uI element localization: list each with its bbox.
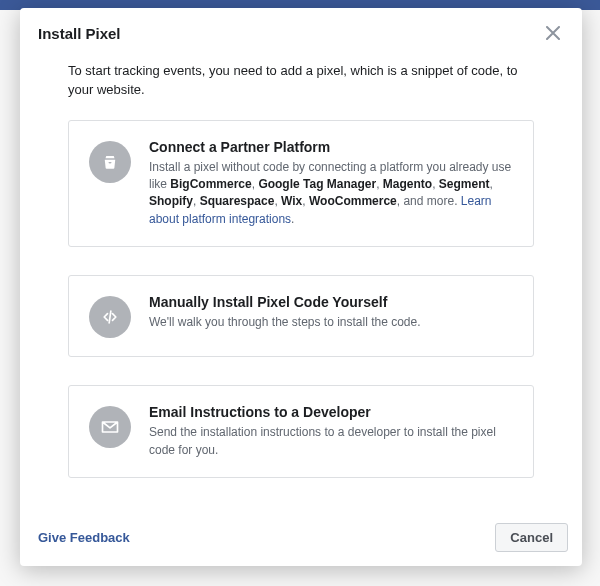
- cancel-button[interactable]: Cancel: [495, 523, 568, 552]
- option-desc: We'll walk you through the steps to inst…: [149, 314, 513, 331]
- option-title: Connect a Partner Platform: [149, 139, 513, 155]
- option-desc: Send the installation instructions to a …: [149, 424, 513, 459]
- intro-text: To start tracking events, you need to ad…: [68, 62, 534, 100]
- option-email-developer[interactable]: Email Instructions to a Developer Send t…: [68, 385, 534, 478]
- modal-body: To start tracking events, you need to ad…: [20, 52, 582, 511]
- option-text: Email Instructions to a Developer Send t…: [149, 404, 513, 459]
- envelope-icon: [89, 406, 131, 448]
- option-text: Connect a Partner Platform Install a pix…: [149, 139, 513, 229]
- close-button[interactable]: [542, 22, 564, 44]
- option-title: Email Instructions to a Developer: [149, 404, 513, 420]
- option-text: Manually Install Pixel Code Yourself We'…: [149, 294, 513, 338]
- code-icon: [89, 296, 131, 338]
- shopping-bag-icon: [89, 141, 131, 183]
- modal-header: Install Pixel: [20, 8, 582, 52]
- modal-footer: Give Feedback Cancel: [20, 511, 582, 566]
- option-desc: Install a pixel without code by connecti…: [149, 159, 513, 229]
- install-pixel-modal: Install Pixel To start tracking events, …: [20, 8, 582, 566]
- close-icon: [546, 26, 560, 40]
- option-connect-partner[interactable]: Connect a Partner Platform Install a pix…: [68, 120, 534, 248]
- modal-title: Install Pixel: [38, 25, 121, 42]
- give-feedback-link[interactable]: Give Feedback: [38, 530, 130, 545]
- option-title: Manually Install Pixel Code Yourself: [149, 294, 513, 310]
- option-manual-install[interactable]: Manually Install Pixel Code Yourself We'…: [68, 275, 534, 357]
